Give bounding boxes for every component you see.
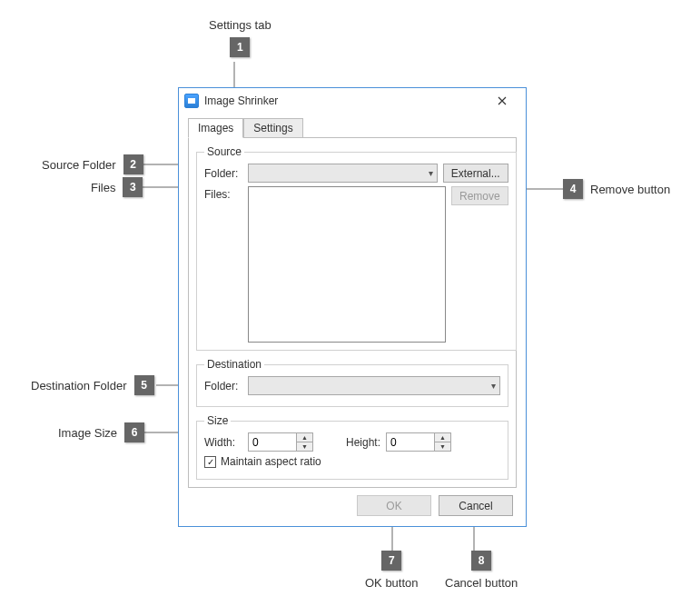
window-title: Image Shrinker bbox=[204, 94, 484, 107]
dialog-footer: OK Cancel bbox=[188, 488, 517, 516]
height-input[interactable] bbox=[387, 433, 434, 451]
callout-8-num: 8 bbox=[471, 551, 491, 571]
callout-2: Source Folder 2 bbox=[42, 154, 143, 174]
source-folder-combo[interactable]: ▾ bbox=[248, 164, 438, 183]
callout-2-num: 2 bbox=[123, 154, 143, 174]
spin-down-icon[interactable]: ▼ bbox=[435, 442, 450, 451]
ok-button[interactable]: OK bbox=[357, 495, 431, 516]
external-button[interactable]: External... bbox=[443, 164, 508, 183]
callout-1: Settings tab 1 bbox=[209, 18, 271, 57]
callout-8-label: Cancel button bbox=[445, 576, 518, 590]
tab-panel-images: Source Folder: ▾ External... Files: Remo… bbox=[188, 137, 517, 488]
group-source-legend: Source bbox=[204, 145, 244, 158]
callout-8: 8 Cancel button bbox=[445, 551, 518, 590]
cancel-button[interactable]: Cancel bbox=[439, 495, 513, 516]
chevron-down-icon: ▾ bbox=[491, 381, 496, 391]
source-files-label: Files: bbox=[204, 186, 242, 201]
titlebar: Image Shrinker bbox=[179, 88, 526, 114]
callout-6: Image Size 6 bbox=[58, 422, 144, 442]
source-folder-label: Folder: bbox=[204, 167, 242, 180]
chevron-down-icon: ▾ bbox=[429, 168, 433, 178]
callout-5: Destination Folder 5 bbox=[31, 375, 154, 395]
callout-4-label: Remove button bbox=[590, 183, 670, 196]
group-destination: Destination Folder: ▾ bbox=[196, 358, 508, 407]
files-listbox[interactable] bbox=[248, 186, 446, 343]
spin-down-icon[interactable]: ▼ bbox=[297, 442, 312, 451]
callout-5-label: Destination Folder bbox=[31, 379, 127, 392]
group-source: Source Folder: ▾ External... Files: Remo… bbox=[196, 145, 517, 351]
group-size-legend: Size bbox=[204, 414, 231, 427]
spin-up-icon[interactable]: ▲ bbox=[435, 433, 450, 442]
app-icon bbox=[184, 94, 199, 108]
width-label: Width: bbox=[204, 436, 242, 449]
client-area: Images Settings Source Folder: ▾ Externa… bbox=[179, 114, 526, 525]
aspect-ratio-label: Maintain aspect ratio bbox=[221, 455, 321, 468]
callout-6-num: 6 bbox=[124, 422, 144, 442]
destination-folder-combo[interactable]: ▾ bbox=[248, 376, 500, 395]
callout-7: 7 OK button bbox=[365, 551, 419, 590]
callout-1-num: 1 bbox=[230, 37, 250, 57]
group-destination-legend: Destination bbox=[204, 358, 264, 371]
callout-3-label: Files bbox=[91, 181, 115, 194]
callout-6-label: Image Size bbox=[58, 426, 117, 440]
width-input[interactable] bbox=[249, 433, 296, 451]
aspect-ratio-checkbox[interactable]: ✓ Maintain aspect ratio bbox=[204, 455, 321, 468]
callout-2-label: Source Folder bbox=[42, 158, 116, 172]
callout-3: Files 3 bbox=[91, 177, 143, 197]
app-window: Image Shrinker Images Settings Source Fo… bbox=[178, 87, 527, 527]
callout-4-num: 4 bbox=[563, 179, 583, 199]
callout-5-num: 5 bbox=[134, 375, 154, 395]
callout-3-num: 3 bbox=[123, 177, 143, 197]
spin-up-icon[interactable]: ▲ bbox=[297, 433, 312, 442]
remove-button[interactable]: Remove bbox=[451, 186, 508, 205]
callout-7-label: OK button bbox=[365, 576, 419, 590]
checkmark-icon: ✓ bbox=[204, 456, 216, 468]
callout-1-label: Settings tab bbox=[209, 18, 271, 32]
group-size: Size Width: ▲ ▼ Height: bbox=[196, 414, 508, 480]
callout-7-num: 7 bbox=[381, 551, 401, 571]
tab-images[interactable]: Images bbox=[188, 118, 243, 138]
callout-4: 4 Remove button bbox=[563, 179, 670, 199]
close-icon bbox=[498, 96, 507, 105]
height-label: Height: bbox=[346, 436, 380, 449]
tab-settings[interactable]: Settings bbox=[243, 118, 302, 138]
tab-strip: Images Settings bbox=[188, 117, 517, 137]
height-spinner[interactable]: ▲ ▼ bbox=[386, 432, 451, 452]
destination-folder-label: Folder: bbox=[204, 380, 242, 392]
close-button[interactable] bbox=[484, 90, 520, 112]
width-spinner[interactable]: ▲ ▼ bbox=[248, 432, 313, 452]
